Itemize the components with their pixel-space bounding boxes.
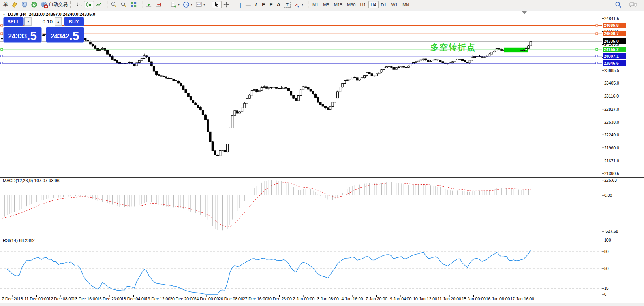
sell-button[interactable]: SELL [3, 17, 24, 26]
price-tick-23685.5: 23685.5 [604, 68, 619, 73]
date-label-13: 3 Jan 08:00 [317, 297, 339, 301]
macd-tick--527.68: -527.68 [604, 229, 618, 234]
buy-price-main: 24342 [51, 31, 69, 42]
date-label-6: 19 Dec 12:00 [146, 297, 170, 301]
volume-stepper: ▼ 0.10 ▲ [24, 17, 62, 26]
one-click-trading-panel: SELL ▼ 0.10 ▲ BUY 24333 .5 24342 .5 [3, 17, 84, 43]
rsi-indicator-label: RSI(14) 68.2362 [3, 238, 35, 243]
price-tick-22538.0: 22538.0 [604, 120, 619, 125]
date-label-1: 11 Dec 00:00 [24, 297, 49, 301]
date-label-12: 2 Jan 00:00 [293, 297, 315, 301]
volume-input[interactable]: 0.10 [32, 17, 55, 26]
buy-price-frac: .5 [69, 30, 79, 42]
price-badge-23846.6: 23846.6 [603, 60, 626, 66]
macd-tick-225.63: 225.63 [604, 178, 617, 183]
sell-price-box[interactable]: 24333 .5 [3, 27, 42, 43]
chart-symbol-period: DJ30-,H4 [8, 12, 26, 17]
price-tick-24841.5: 24841.5 [604, 16, 619, 21]
sell-price-main: 24333 [8, 31, 27, 42]
rsi-tick-80: 80 [604, 249, 609, 254]
date-label-5: 18 Dec 04:00 [121, 297, 146, 301]
price-tick-23405.0: 23405.0 [604, 81, 619, 85]
date-label-3: 13 Dec 16:00 [73, 297, 97, 301]
date-label-19: 15 Jan 00:00 [462, 297, 486, 301]
date-label-10: 27 Dec 16:00 [243, 297, 267, 301]
price-tick-21960.0: 21960.0 [604, 145, 619, 150]
price-badge-24500.7: 24500.7 [603, 31, 626, 36]
date-label-4: 16 Dec 23:00 [97, 297, 122, 301]
price-badge-24685.8: 24685.8 [603, 23, 626, 28]
date-label-20: 16 Jan 08:00 [486, 297, 510, 301]
rsi-tick-15: 15 [604, 286, 609, 291]
rsi-tick-0: 0 [604, 292, 606, 297]
sell-price-frac: .5 [27, 30, 37, 42]
date-label-18: 11 Jan 20:00 [437, 297, 461, 301]
date-label-15: 7 Jan 20:00 [366, 297, 387, 301]
current-price-badge-24335.0: 24335.0 [603, 38, 626, 44]
rsi-tick-50: 50 [604, 266, 609, 271]
chart-title: ▲ DJ30-,H4 24310.0 24357.0 24240.0 24335… [2, 12, 95, 17]
buy-button[interactable]: BUY [64, 17, 84, 26]
buy-price-box[interactable]: 24342 .5 [46, 27, 84, 43]
macd-indicator-label: MACD(12,26,9) 107.07 93.96 [3, 178, 60, 183]
date-label-16: 9 Jan 04:00 [390, 297, 412, 301]
date-label-2: 12 Dec 08:00 [49, 297, 73, 301]
price-tick-23116.0: 23116.0 [604, 94, 619, 98]
chart-ohlc-values: 24310.0 24357.0 24240.0 24335.0 [29, 12, 95, 17]
price-tick-21671.0: 21671.0 [604, 159, 619, 163]
date-label-0: 7 Dec 2018 [2, 297, 23, 301]
date-label-14: 4 Jan 16:00 [342, 297, 363, 301]
date-label-9: 26 Dec 08:00 [218, 297, 243, 301]
price-tick-22249.0: 22249.0 [604, 132, 619, 137]
price-badge-24155.2: 24155.2 [603, 47, 626, 52]
date-label-7: 20 Dec 20:00 [170, 297, 194, 301]
price-tick-22827.0: 22827.0 [604, 107, 619, 111]
chart-annotation-text[interactable]: 多空转折点 [430, 42, 476, 53]
date-label-21: 17 Jan 16:00 [510, 297, 534, 301]
date-label-11: 30 Dec 23:00 [267, 297, 291, 301]
rsi-tick-100: 100 [604, 238, 611, 242]
scroll-to-end-marker-icon[interactable] [522, 11, 527, 14]
status-strip [0, 303, 644, 306]
price-tick-21390.5: 21390.5 [604, 171, 619, 176]
volume-increase-button[interactable]: ▲ [55, 17, 62, 26]
date-label-8: 24 Dec 00:00 [194, 297, 219, 301]
date-label-17: 10 Jan 12:00 [413, 297, 437, 301]
macd-tick-0.00: 0.00 [604, 193, 612, 198]
collapse-triangle-icon[interactable]: ▲ [2, 13, 6, 16]
price-badge-24007.1: 24007.1 [603, 53, 626, 59]
volume-decrease-button[interactable]: ▼ [25, 17, 32, 26]
